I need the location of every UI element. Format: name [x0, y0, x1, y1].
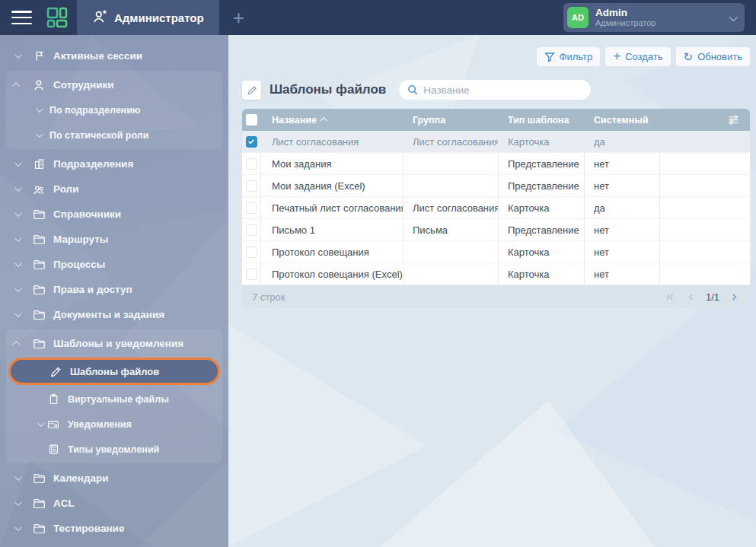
sidebar-item-roles[interactable]: Роли [0, 177, 228, 202]
sidebar-item-service[interactable]: Служебные [0, 541, 228, 547]
chevron-down-icon [35, 421, 44, 427]
sidebar-item-directories[interactable]: Справочники [0, 202, 228, 227]
chevron-up-icon [12, 341, 21, 346]
table-row[interactable]: Печатный лист согласования Лист согласов… [242, 197, 750, 219]
sidebar-item-testing[interactable]: Тестирование [0, 516, 228, 541]
sidebar-item-departments[interactable]: Подразделения [0, 151, 228, 177]
column-header-name[interactable]: Название [261, 109, 404, 131]
sidebar-item-rights-access[interactable]: Права и доступ [0, 277, 228, 302]
sidebar-item-label: По подразделению [49, 105, 141, 116]
table-body: Лист согласования Лист согласования Карт… [242, 131, 750, 285]
sidebar-item-virtual-files[interactable]: Виртуальные файлы [6, 386, 222, 412]
sidebar-item-processes[interactable]: Процессы [0, 252, 228, 277]
select-all-checkbox[interactable] [246, 114, 257, 126]
table-row[interactable]: Мои задания Представление нет [242, 153, 750, 175]
cell-group: Лист согласования [404, 197, 499, 218]
cell-name: Протокол совещания (Excel) [261, 263, 404, 285]
sidebar-item-notifications[interactable]: Уведомления [6, 412, 222, 437]
first-page-button[interactable] [665, 291, 677, 303]
table-row[interactable]: Протокол совещания (Excel) Карточка нет [242, 263, 750, 285]
sidebar-item-calendars[interactable]: Календари [0, 466, 228, 491]
sidebar-item-documents-tasks[interactable]: Документы и задания [0, 302, 228, 327]
app-logo-icon[interactable] [45, 5, 69, 30]
table-row[interactable]: Мои задания (Excel) Представление нет [242, 175, 750, 197]
column-settings-button[interactable] [660, 109, 750, 131]
sidebar-item-label: Уведомления [68, 419, 132, 430]
user-star-icon: ★ [92, 10, 107, 26]
sidebar-item-notification-types[interactable]: Типы уведомлений [6, 437, 222, 462]
chevron-down-icon [12, 262, 21, 267]
svg-text:★: ★ [102, 10, 107, 14]
sidebar-item-acl[interactable]: ACL [0, 491, 228, 516]
table-header: Название Группа Тип шаблона Системный [242, 109, 750, 131]
folder-icon [31, 259, 46, 270]
hamburger-menu-icon[interactable] [11, 11, 32, 24]
cell-group [404, 241, 499, 262]
cell-type: Представление [499, 219, 585, 240]
tab-administrator[interactable]: ★ Администратор [77, 0, 219, 35]
column-header-group[interactable]: Группа [404, 109, 499, 131]
checkbox[interactable] [246, 158, 257, 170]
checkbox[interactable] [246, 269, 257, 280]
pencil-icon [48, 365, 63, 377]
chevron-up-icon [12, 82, 21, 87]
checkbox[interactable] [246, 224, 257, 236]
cell-system: нет [585, 153, 660, 174]
chevron-down-icon [12, 186, 21, 192]
create-button[interactable]: + Создать [605, 47, 670, 66]
main-panel: Фильтр + Создать ↻ Обновить Шаблоны файл… [228, 35, 756, 547]
sidebar-item-label: По статической роли [49, 130, 148, 141]
cell-type: Представление [499, 175, 585, 196]
rows-count: 7 строк [252, 291, 285, 303]
cell-type: Карточка [499, 263, 585, 285]
toolbar: Фильтр + Создать ↻ Обновить [537, 47, 750, 66]
chevron-down-icon [12, 475, 21, 481]
cell-group: Лист согласования [404, 131, 499, 152]
sidebar-item-label: ACL [53, 498, 75, 509]
new-tab-button[interactable]: + [228, 6, 249, 30]
chevron-down-icon [12, 526, 21, 531]
chevron-down-icon [12, 287, 21, 292]
search-input[interactable] [423, 84, 582, 96]
sidebar-item-label: Процессы [53, 259, 105, 270]
cell-type: Карточка [499, 241, 585, 262]
sidebar-item-templates-notifications[interactable]: Шаблоны и уведомления [6, 331, 222, 356]
checkbox[interactable] [246, 246, 257, 258]
column-header-system[interactable]: Системный [585, 109, 660, 131]
cell-group [404, 175, 499, 196]
sidebar-item-by-static-role[interactable]: По статической роли [6, 122, 222, 148]
app-window: ★ Администратор + AD Admin Администратор [0, 0, 756, 547]
chevron-down-icon [12, 501, 21, 506]
table-row[interactable]: Протокол совещания Карточка нет [242, 241, 750, 263]
sort-asc-icon [320, 117, 327, 125]
checkbox-checked[interactable] [246, 136, 257, 148]
cell-system: нет [585, 263, 660, 285]
table-row[interactable]: Лист согласования Лист согласования Карт… [242, 131, 750, 153]
sidebar-item-file-templates[interactable]: Шаблоны файлов [8, 358, 220, 385]
prev-page-button[interactable] [685, 291, 697, 303]
plus-icon: + [613, 49, 620, 62]
sidebar-item-routes[interactable]: Маршруты [0, 227, 228, 252]
sidebar-item-label: Роли [53, 183, 78, 195]
table-row[interactable]: Письмо 1 Письма Представление нет [242, 219, 750, 241]
sidebar-item-label: Типы уведомлений [68, 444, 159, 455]
user-menu[interactable]: AD Admin Администратор [563, 3, 745, 32]
checkbox[interactable] [246, 202, 257, 214]
topbar: ★ Администратор + AD Admin Администратор [0, 0, 756, 35]
refresh-button[interactable]: ↻ Обновить [676, 47, 750, 66]
search-box [399, 80, 591, 100]
sidebar: Активные сессии Сотрудники По подразделе… [0, 35, 228, 547]
mail-icon [46, 419, 61, 430]
next-page-button[interactable] [728, 291, 740, 303]
checkbox[interactable] [246, 180, 257, 192]
sidebar-item-active-sessions[interactable]: Активные сессии [0, 43, 228, 68]
folder-icon [31, 208, 46, 220]
table-footer: 7 строк 1/1 [242, 285, 750, 308]
person-icon [31, 79, 46, 91]
sidebar-item-by-department[interactable]: По подразделению [6, 97, 222, 122]
column-header-type[interactable]: Тип шаблона [499, 109, 585, 131]
sidebar-item-employees[interactable]: Сотрудники [6, 72, 222, 97]
chevron-down-icon [12, 161, 21, 167]
filter-button[interactable]: Фильтр [537, 47, 601, 66]
sidebar-item-label: Документы и задания [53, 309, 164, 320]
